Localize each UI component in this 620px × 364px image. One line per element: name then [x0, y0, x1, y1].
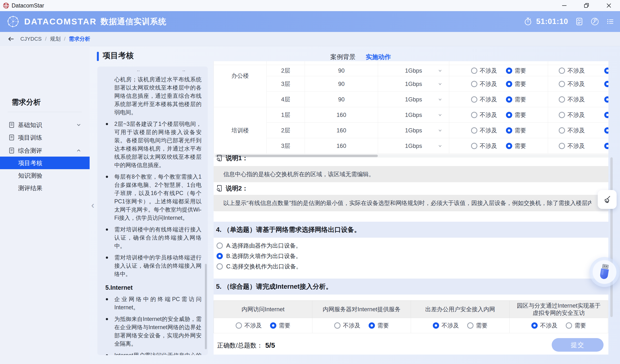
radio-not-involved[interactable] — [334, 322, 341, 329]
radio-required-selected[interactable] — [604, 143, 608, 149]
radio-group-wireless: 不涉及 需要 — [548, 138, 608, 154]
description-bullet: 需对培训楼中的有线终端进行接入认证，确保合法的终端接入网络中。 — [105, 225, 202, 250]
sidebar-item-project-assessment[interactable]: 项目考核 — [0, 157, 90, 169]
radio-group-wireless: 不涉及 需要 — [548, 65, 608, 76]
bandwidth-select[interactable]: 1Gbps — [378, 123, 449, 138]
app-header: DATACOMSTAR 数据通信实训系统 51:01:10 — [0, 11, 620, 32]
radio-not-involved[interactable] — [471, 143, 477, 149]
score-summary: 正确数/总题数： 5/5 — [217, 340, 275, 351]
chevron-down-icon — [438, 97, 442, 102]
points-cell: 90 — [305, 65, 378, 76]
menu-list-icon[interactable] — [606, 17, 615, 26]
column-header: 内网服务器对Internet提供服务 — [312, 301, 411, 318]
usb-drive-icon — [596, 262, 613, 281]
sidebar-item-basics[interactable]: 基础知识 — [0, 119, 90, 131]
column-header: 园区与分支通过Internet实现基于虚拟专网的安全互访 — [510, 301, 608, 318]
radio-required-selected[interactable] — [369, 322, 375, 329]
chevron-down-icon — [76, 122, 81, 128]
floor-cell: 2层 — [267, 123, 305, 138]
radio-group-wired: 不涉及 需要 — [449, 107, 548, 123]
radio-required-selected[interactable] — [506, 143, 512, 149]
internet-access-table: 内网访问Internet 内网服务器对Internet提供服务 出差办公用户安全… — [214, 300, 608, 333]
radio-required-selected[interactable] — [506, 96, 512, 103]
radio-group: 不涉及 需要 — [411, 318, 510, 333]
floor-cell: 3层 — [267, 76, 305, 92]
radio-not-involved[interactable] — [559, 112, 565, 118]
stopwatch-icon — [524, 17, 532, 26]
radio-group-wireless: 不涉及 需要 — [548, 107, 608, 123]
score-value: 5/5 — [265, 341, 275, 349]
radio-required[interactable] — [566, 322, 572, 329]
radio-required-selected[interactable] — [604, 127, 608, 134]
question4-option-b[interactable]: B.选择防火墙作为出口设备。 — [217, 253, 302, 259]
clipped-line: ‥‥ — [105, 68, 202, 72]
radio-required-selected[interactable] — [604, 112, 608, 118]
column-header: 出差办公用户安全接入内网 — [411, 301, 510, 318]
radio-required-selected[interactable] — [506, 127, 512, 134]
radio-not-involved[interactable] — [471, 112, 477, 118]
table-horizontal-scrollbar[interactable] — [214, 154, 608, 158]
bandwidth-select[interactable]: 1Gbps — [378, 65, 449, 76]
radio-not-involved[interactable] — [471, 96, 477, 103]
bandwidth-select[interactable]: 1Gbps — [378, 138, 449, 154]
radio-not-involved[interactable] — [471, 68, 477, 74]
report-icon[interactable] — [575, 17, 584, 26]
radio-required-selected[interactable] — [270, 322, 276, 329]
radio-not-involved[interactable] — [559, 68, 565, 74]
clear-tool-button[interactable] — [598, 190, 617, 209]
radio-required-selected[interactable] — [604, 81, 608, 87]
radio-required-selected[interactable] — [604, 68, 608, 74]
points-cell: 90 — [305, 92, 378, 107]
description-bullet: Internet用户需访问位于信息中心的企业交易平台（Web网站）。 — [105, 351, 202, 355]
minimize-button[interactable] — [553, 0, 575, 11]
radio-unselected[interactable] — [217, 263, 223, 270]
close-button[interactable] — [598, 0, 620, 11]
radio-not-involved[interactable] — [471, 81, 477, 87]
radio-required-selected[interactable] — [506, 112, 512, 118]
note-doc-icon — [216, 185, 223, 192]
document-icon — [9, 147, 15, 154]
sidebar: 需求分析 基础知识 项目训练 综合测评 项目考核 知识测验 — [0, 46, 90, 364]
radio-not-involved[interactable] — [236, 322, 242, 329]
floor-cell: 3层 — [267, 138, 305, 154]
sidebar-item-comprehensive-eval[interactable]: 综合测评 — [0, 144, 90, 157]
tools-icon[interactable] — [590, 17, 599, 26]
divider — [8, 112, 82, 112]
document-icon — [9, 134, 15, 141]
radio-not-involved[interactable] — [559, 96, 565, 103]
radio-required-selected[interactable] — [604, 96, 608, 103]
sidebar-item-knowledge-test[interactable]: 知识测验 — [0, 169, 90, 182]
case-description-panel[interactable]: ‥‥ 心机房；该机房通过水平布线系统部署以太网双绞线至本楼层中的各网络信息插座，… — [97, 67, 208, 355]
radio-required-selected[interactable] — [506, 68, 512, 74]
main-vertical-scrollbar[interactable] — [610, 157, 613, 317]
points-cell: 160 — [305, 107, 378, 123]
radio-required[interactable] — [467, 322, 473, 329]
radio-not-involved[interactable] — [559, 127, 565, 134]
bandwidth-select[interactable]: 1Gbps — [378, 92, 449, 107]
description-scrollbar[interactable] — [205, 264, 207, 349]
question4-option-a[interactable]: A.选择路由器作为出口设备。 — [217, 242, 302, 249]
radio-not-involved[interactable] — [471, 127, 477, 134]
radio-not-involved[interactable] — [559, 143, 565, 149]
breadcrumb-item[interactable]: CJYDCS — [20, 36, 42, 42]
breadcrumb-item[interactable]: 规划 — [50, 35, 61, 43]
radio-not-involved-selected[interactable] — [531, 322, 538, 329]
usb-device-button[interactable] — [589, 257, 620, 287]
floor-cell: 4层 — [267, 92, 305, 107]
sidebar-item-project-training[interactable]: 项目训练 — [0, 131, 90, 144]
bandwidth-select[interactable]: 1Gbps — [378, 107, 449, 123]
radio-selected[interactable] — [217, 253, 223, 259]
radio-unselected[interactable] — [217, 243, 223, 249]
sidebar-item-eval-results[interactable]: 测评结果 — [0, 182, 90, 194]
radio-required-selected[interactable] — [506, 81, 512, 87]
breadcrumb-item-current[interactable]: 需求分析 — [69, 35, 90, 43]
back-arrow-icon[interactable] — [7, 35, 15, 43]
radio-not-involved[interactable] — [559, 81, 565, 87]
restore-button[interactable] — [575, 0, 598, 11]
collapse-panel-handle[interactable]: ‹ — [90, 199, 96, 212]
radio-not-involved-selected[interactable] — [433, 322, 439, 329]
bandwidth-select[interactable]: 1Gbps — [378, 76, 449, 92]
question4-option-c[interactable]: C.选择交换机作为出口设备。 — [217, 263, 302, 270]
submit-button[interactable]: 提交 — [552, 338, 604, 352]
floor-cell: 1层 — [267, 107, 305, 123]
